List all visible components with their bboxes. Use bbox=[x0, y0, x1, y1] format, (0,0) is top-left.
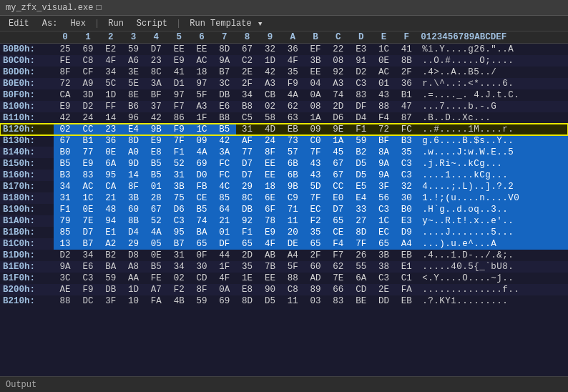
hex-cell[interactable]: E6 bbox=[77, 261, 99, 273]
table-row[interactable]: B170h:34ACCA8F013BFB4C29189B5DCCE53F324.… bbox=[0, 181, 568, 192]
hex-cell[interactable]: 38 bbox=[373, 261, 396, 273]
hex-cell[interactable]: 1A bbox=[327, 135, 350, 147]
hex-cell[interactable]: 9E bbox=[327, 124, 350, 135]
hex-cell[interactable]: E3 bbox=[395, 215, 418, 227]
hex-cell[interactable]: 88 bbox=[281, 273, 304, 284]
hex-cell[interactable]: 65 bbox=[327, 215, 350, 227]
hex-cell[interactable]: C3 bbox=[395, 170, 418, 181]
hex-cell[interactable]: 18 bbox=[190, 67, 213, 78]
hex-cell[interactable]: 9A bbox=[373, 158, 396, 170]
hex-cell[interactable]: CE bbox=[327, 227, 350, 238]
hex-cell[interactable]: 7E bbox=[77, 215, 99, 227]
hex-cell[interactable]: 73 bbox=[281, 135, 304, 147]
hex-cell[interactable]: EC bbox=[304, 204, 327, 215]
hex-cell[interactable]: 72 bbox=[54, 78, 77, 89]
hex-cell[interactable]: C1 bbox=[395, 273, 418, 284]
hex-cell[interactable]: 89 bbox=[304, 284, 327, 295]
hex-cell[interactable]: F7 bbox=[327, 250, 350, 261]
hex-cell[interactable]: 31 bbox=[54, 192, 77, 204]
hex-cell[interactable]: DE bbox=[281, 238, 304, 250]
hex-cell[interactable]: 48 bbox=[99, 204, 122, 215]
hex-cell[interactable]: D6 bbox=[327, 112, 350, 124]
hex-cell[interactable]: CE bbox=[190, 192, 213, 204]
table-row[interactable]: B1B0h:85D7E1D44A95BA01F1E92035CE8DECD9..… bbox=[0, 227, 568, 238]
hex-cell[interactable]: FA bbox=[395, 284, 418, 295]
hex-cell[interactable]: 42 bbox=[54, 112, 77, 124]
hex-cell[interactable]: 3B bbox=[122, 192, 145, 204]
hex-cell[interactable]: 26 bbox=[350, 250, 373, 261]
hex-cell[interactable]: EE bbox=[190, 44, 213, 56]
hex-cell[interactable]: 24 bbox=[259, 135, 282, 147]
hex-cell[interactable]: 08 bbox=[304, 101, 327, 112]
hex-cell[interactable]: DB bbox=[213, 89, 236, 101]
hex-cell[interactable]: DF bbox=[350, 101, 373, 112]
hex-cell[interactable]: 01 bbox=[145, 181, 167, 192]
hex-cell[interactable]: 1C bbox=[373, 215, 396, 227]
table-row[interactable]: B0F0h:CA3D1D8EBF975FDB34CB4A0A748343B1.=… bbox=[0, 89, 568, 101]
hex-cell[interactable]: 71 bbox=[281, 204, 304, 215]
hex-cell[interactable]: 74 bbox=[327, 89, 350, 101]
hex-cell[interactable]: 3E bbox=[122, 67, 145, 78]
hex-cell[interactable]: 85 bbox=[54, 227, 77, 238]
hex-cell[interactable]: 86 bbox=[167, 112, 190, 124]
hex-cell[interactable]: B0 bbox=[54, 147, 77, 158]
hex-cell[interactable]: 62 bbox=[327, 261, 350, 273]
hex-cell[interactable]: 47 bbox=[395, 101, 418, 112]
hex-cell[interactable]: C9 bbox=[281, 192, 304, 204]
hex-cell[interactable]: 33 bbox=[350, 204, 373, 215]
table-row[interactable]: B0E0h:72A95C5E3AD1973C2FA3F904A3C30136r.… bbox=[0, 78, 568, 89]
hex-cell[interactable]: EE bbox=[167, 44, 190, 56]
hex-cell[interactable]: 88 bbox=[373, 101, 396, 112]
hex-cell[interactable]: D7 bbox=[327, 204, 350, 215]
hex-cell[interactable]: 8F bbox=[122, 181, 145, 192]
hex-cell[interactable]: 10 bbox=[122, 295, 145, 307]
hex-cell[interactable]: 9D bbox=[122, 158, 145, 170]
table-row[interactable]: B180h:311C213B2875CE858C6EC97FE0E456301.… bbox=[0, 192, 568, 204]
menu-run[interactable]: Run bbox=[102, 17, 129, 30]
hex-cell[interactable]: 60 bbox=[304, 261, 327, 273]
hex-cell[interactable]: 1C bbox=[373, 44, 396, 56]
table-row[interactable]: B0D0h:8FCF343E8C4118B72E4235EE92D2AC2F.4… bbox=[0, 67, 568, 78]
hex-cell[interactable]: 36 bbox=[281, 44, 304, 56]
hex-cell[interactable]: 02 bbox=[167, 273, 190, 284]
hex-cell[interactable]: AE bbox=[54, 284, 77, 295]
hex-cell[interactable]: 1D bbox=[122, 284, 145, 295]
hex-cell[interactable]: 57 bbox=[281, 147, 304, 158]
hex-cell[interactable]: 87 bbox=[395, 112, 418, 124]
hex-cell[interactable]: EE bbox=[259, 273, 282, 284]
hex-cell[interactable]: 0E bbox=[99, 147, 122, 158]
hex-cell[interactable]: 4F bbox=[281, 55, 304, 67]
hex-cell[interactable]: 4F bbox=[213, 273, 236, 284]
hex-cell[interactable]: 01 bbox=[373, 78, 396, 89]
hex-cell[interactable]: 34 bbox=[77, 250, 99, 261]
table-row[interactable]: B1C0h:13B7A22905B765DF654FDE65F47F65A4..… bbox=[0, 238, 568, 250]
menu-edit[interactable]: Edit bbox=[3, 17, 35, 30]
hex-cell[interactable]: 7F bbox=[167, 135, 190, 147]
hex-cell[interactable]: BA bbox=[99, 261, 122, 273]
hex-cell[interactable]: 43 bbox=[373, 89, 396, 101]
hex-cell[interactable]: 25 bbox=[54, 44, 77, 56]
hex-cell[interactable]: E8 bbox=[236, 284, 259, 295]
hex-cell[interactable]: 1F bbox=[190, 112, 213, 124]
menu-hex[interactable]: Hex bbox=[64, 17, 92, 30]
hex-cell[interactable]: 2D bbox=[236, 250, 259, 261]
hex-cell[interactable]: CD bbox=[190, 273, 213, 284]
hex-cell[interactable]: 35 bbox=[395, 147, 418, 158]
hex-cell[interactable]: 9A bbox=[54, 261, 77, 273]
hex-cell[interactable]: D1 bbox=[167, 78, 190, 89]
hex-cell[interactable]: 55 bbox=[350, 261, 373, 273]
table-row[interactable]: B200h:AEF9DB1DA7F28F0AE890C88966CD2EFA..… bbox=[0, 284, 568, 295]
hex-cell[interactable]: 3A bbox=[145, 78, 167, 89]
hex-cell[interactable]: DB bbox=[236, 204, 259, 215]
hex-cell[interactable]: F1 bbox=[350, 124, 373, 135]
hex-cell[interactable]: D5 bbox=[350, 158, 373, 170]
hex-cell[interactable]: C8 bbox=[281, 284, 304, 295]
hex-cell[interactable]: 97 bbox=[167, 89, 190, 101]
hex-cell[interactable]: 45 bbox=[327, 147, 350, 158]
hex-cell[interactable]: 43 bbox=[304, 170, 327, 181]
hex-cell[interactable]: 31 bbox=[167, 250, 190, 261]
hex-cell[interactable]: D2 bbox=[77, 101, 99, 112]
hex-cell[interactable]: 95 bbox=[167, 227, 190, 238]
hex-cell[interactable]: B7 bbox=[77, 238, 99, 250]
hex-cell[interactable]: 02 bbox=[259, 101, 282, 112]
